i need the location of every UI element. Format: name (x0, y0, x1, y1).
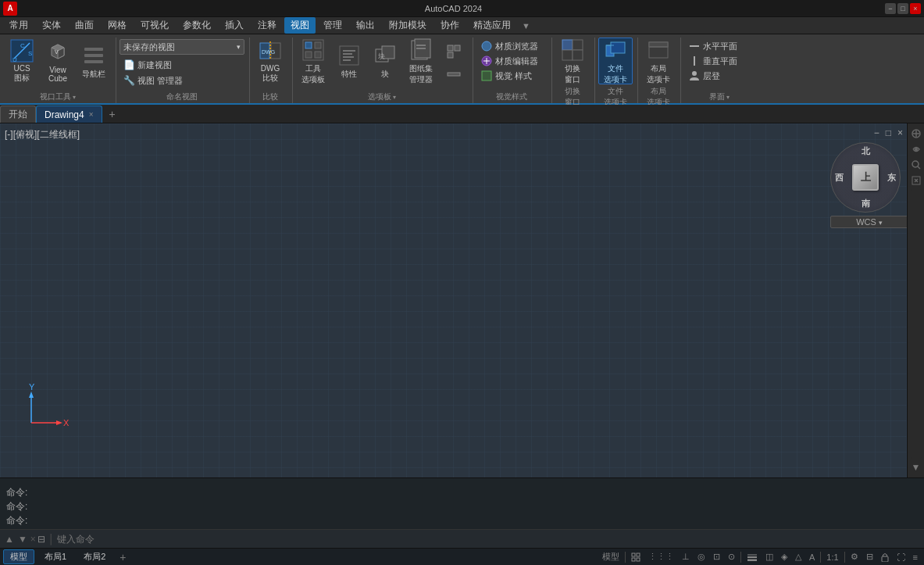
menu-item-insert[interactable]: 插入 (219, 17, 250, 34)
menu-item-output[interactable]: 输出 (350, 17, 381, 34)
new-tab-button[interactable]: + (104, 105, 121, 123)
status-annscale-btn[interactable]: Α (806, 552, 818, 563)
status-menu-btn[interactable]: ≡ (910, 552, 921, 563)
menu-item-common[interactable]: 常用 (3, 17, 34, 34)
status-div4 (844, 552, 845, 563)
axis-indicator: Y X (16, 384, 70, 438)
palettes-expand[interactable]: ▾ (393, 94, 396, 101)
properties-label: 特性 (341, 69, 357, 80)
menu-item-view[interactable]: 视图 (284, 17, 316, 34)
status-fullscreen-btn[interactable]: ⛶ (894, 552, 908, 563)
menu-item-mesh[interactable]: 网格 (102, 17, 133, 34)
status-tab-model[interactable]: 模型 (3, 549, 34, 564)
menu-item-solid[interactable]: 实体 (36, 17, 67, 34)
interface-expand[interactable]: ▾ (726, 94, 730, 101)
horizontal-plane-button[interactable]: 水平平面 (684, 39, 755, 53)
status-tab-layout1[interactable]: 布局1 (37, 549, 73, 564)
zoom-extents-button[interactable] (909, 173, 923, 188)
status-selection-btn[interactable]: △ (792, 551, 804, 563)
status-model-btn[interactable]: 模型 (599, 550, 623, 563)
new-layout-button[interactable]: + (116, 550, 130, 564)
vertical-plane-button[interactable]: 垂直平面 (684, 54, 755, 68)
menu-item-featured[interactable]: 精选应用 (467, 17, 517, 34)
palette-extra1-button[interactable] (440, 41, 468, 63)
status-settings-btn[interactable]: ⚙ (847, 551, 862, 563)
status-scale-value[interactable]: 1:1 (823, 552, 841, 563)
orbit-button[interactable] (909, 142, 923, 156)
menu-item-collab[interactable]: 协作 (434, 17, 466, 34)
named-view-dropdown[interactable]: 未保存的视图 ▾ (120, 39, 244, 55)
wcs-label[interactable]: WCS ▾ (830, 216, 908, 228)
group-file-tab: 文件选项卡 文件选项卡 (597, 38, 638, 103)
tab-start[interactable]: 开始 (0, 105, 36, 123)
status-tab-layout2[interactable]: 布局2 (77, 549, 112, 564)
dwg-compare-button[interactable]: DWG DWG比较 (253, 38, 287, 84)
view-manager-button[interactable]: 🔧 视图 管理器 (120, 73, 190, 88)
viewport-controls: − □ × (872, 127, 905, 139)
properties-button[interactable]: 特性 (332, 38, 366, 84)
status-lock-btn[interactable] (878, 552, 892, 563)
compass-center[interactable]: 上 (852, 164, 879, 191)
cmd-scroll-up[interactable]: ▲ (3, 534, 16, 545)
zoom-button[interactable] (909, 158, 923, 172)
app-logo: A (3, 2, 17, 16)
cmd-separator: × (30, 534, 36, 545)
new-view-button[interactable]: 📄 新建视图 (120, 58, 190, 72)
menu-item-manage[interactable]: 管理 (317, 17, 348, 34)
status-dyn-btn[interactable]: ⊙ (725, 551, 738, 563)
viewport-tools-expand[interactable]: ▾ (73, 94, 76, 101)
tab-start-label: 开始 (9, 108, 27, 121)
material-browser-button[interactable]: 材质浏览器 (476, 39, 547, 53)
menu-item-parametric[interactable]: 参数化 (177, 17, 217, 34)
status-osnap-btn[interactable]: ⊡ (710, 551, 723, 563)
status-qprops-btn[interactable]: ◈ (778, 551, 790, 563)
nav-compass[interactable]: 北 南 东 西 上 (830, 142, 901, 213)
viewport-maximize[interactable]: □ (883, 127, 894, 139)
group-compare: DWG DWG比较 比较 (252, 38, 293, 103)
ucs-icon-button[interactable]: U C S UCS图标 (5, 38, 39, 84)
blocks-button[interactable]: 块 块 (368, 38, 402, 84)
menu-overflow[interactable]: ▼ (522, 21, 530, 30)
login-button[interactable]: 层登 (684, 69, 755, 83)
cmd-scroll-down[interactable]: ▼ (16, 534, 29, 545)
command-area: 命令: 命令: 命令: ▲ ▼ × ⊟ │ (0, 477, 924, 548)
tab-drawing4-close[interactable]: × (89, 110, 94, 119)
viewcube-button[interactable]: V ViewCube (41, 38, 75, 84)
menu-item-visualize[interactable]: 可视化 (134, 17, 175, 34)
maximize-button[interactable]: □ (897, 3, 908, 14)
pan-button[interactable] (909, 127, 923, 141)
sheet-set-button[interactable]: 图纸集管理器 (404, 38, 438, 84)
svg-rect-47 (611, 42, 625, 53)
compass-east: 东 (887, 172, 896, 184)
tab-drawing4[interactable]: Drawing4 × (36, 105, 102, 123)
palette-extra2-button[interactable] (440, 63, 468, 85)
svg-rect-77 (882, 556, 888, 562)
scroll-down-button[interactable]: ▼ (909, 460, 923, 474)
file-tab-button[interactable]: 文件选项卡 (598, 38, 633, 84)
status-ortho-btn[interactable]: ⊥ (679, 551, 693, 563)
minimize-button[interactable]: − (885, 3, 896, 14)
viewport-close[interactable]: × (895, 127, 905, 139)
menu-item-addons[interactable]: 附加模块 (383, 17, 433, 34)
status-lineweight-btn[interactable] (744, 552, 761, 562)
status-snap-btn[interactable]: ⋮⋮⋮ (645, 551, 677, 563)
viewport-tools-content: U C S UCS图标 (5, 38, 111, 90)
command-input-field[interactable] (57, 534, 921, 545)
tool-palettes-button[interactable]: 工具选项板 (296, 38, 330, 84)
close-button[interactable]: × (910, 3, 921, 14)
menu-item-surface[interactable]: 曲面 (69, 17, 100, 34)
status-grid-btn[interactable] (628, 552, 644, 563)
viewport-minimize[interactable]: − (872, 127, 882, 139)
nav-bar-button[interactable]: 导航栏 (77, 38, 111, 84)
status-workspace-btn[interactable]: ⊟ (863, 551, 876, 563)
status-tpmode-btn[interactable]: ◫ (762, 551, 776, 563)
status-polar-btn[interactable]: ◎ (694, 551, 708, 563)
menu-item-annotate[interactable]: 注释 (252, 17, 283, 34)
visual-style-button[interactable]: 视觉 样式 (476, 69, 547, 83)
viewport-canvas[interactable] (0, 123, 924, 477)
material-editor-button[interactable]: 材质编辑器 (476, 54, 547, 68)
svg-text:DWG: DWG (262, 49, 275, 55)
layout-tab-button[interactable]: 布局选项卡 (641, 38, 676, 84)
status-right-buttons: 模型 ⋮⋮⋮ ⊥ ◎ ⊡ ⊙ ◫ ◈ △ Α 1:1 ⚙ ⊟ (599, 550, 921, 563)
switch-window-button[interactable]: 切换窗口 (555, 38, 590, 84)
